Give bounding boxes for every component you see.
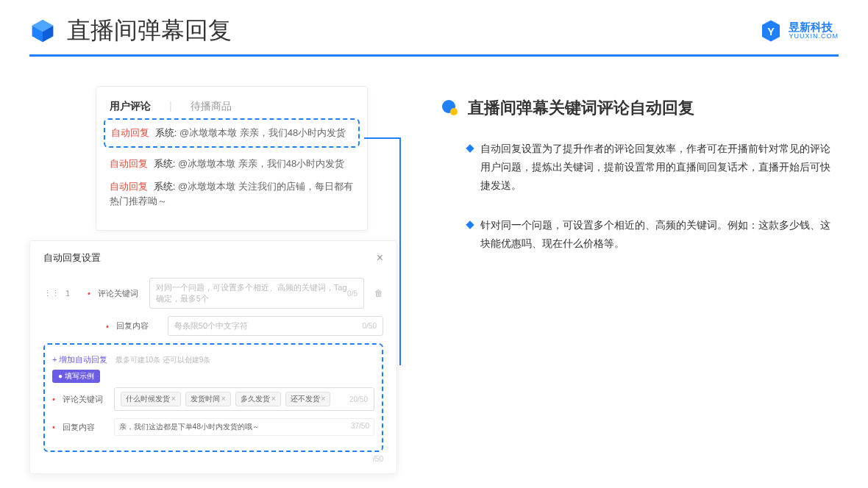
system-tag: 系统: — [155, 127, 177, 138]
tag-close-icon[interactable]: × — [221, 395, 226, 403]
page-header: 直播间弹幕回复 Y 昱新科技 YUUXIN.COM — [0, 0, 868, 54]
tab-pending-goods[interactable]: 待播商品 — [191, 100, 232, 113]
keyword-counter: 0/5 — [347, 290, 357, 298]
tag-close-icon[interactable]: × — [321, 395, 326, 403]
close-icon[interactable]: × — [377, 251, 383, 265]
example-content-text: 亲，我们这边都是下单48小时内发货的哦～ — [119, 422, 260, 432]
content-label: 回复内容 — [116, 320, 160, 331]
bullet-text: 针对同一个问题，可设置多个相近的、高频的关键词。例如：这款多少钱、这块能优惠吗、… — [480, 216, 839, 253]
section-title: 直播间弹幕关键词评论自动回复 — [468, 97, 694, 119]
tag-item: 还不发货× — [285, 392, 331, 406]
content-counter: 0/50 — [363, 322, 377, 330]
add-auto-reply-link[interactable]: + 增加自动回复 — [52, 355, 107, 364]
comment-item: 自动回复 系统: @冰墩墩本墩 亲亲，我们48小时内发货 — [110, 157, 354, 171]
tag-item: 多久发货× — [235, 392, 281, 406]
input-placeholder: 每条限50个中文字符 — [174, 320, 248, 331]
bullet-item: 针对同一个问题，可设置多个相近的、高频的关键词。例如：这款多少钱、这块能优惠吗、… — [441, 216, 839, 253]
diamond-icon — [466, 144, 474, 152]
bullet-text: 自动回复设置为了提升作者的评论回复效率，作者可在开播前针对常见的评论用户问题，提… — [480, 140, 839, 195]
example-content-label: 回复内容 — [63, 422, 107, 433]
tag-item: 什么时候发货× — [121, 392, 181, 406]
brand: Y 昱新科技 YUUXIN.COM — [759, 19, 839, 43]
svg-point-5 — [450, 108, 458, 115]
auto-reply-tag: 自动回复 — [110, 181, 148, 192]
settings-card: 自动回复设置 × ⋮⋮ 1 • 评论关键词 对同一个问题，可设置多个相近、高频的… — [29, 240, 397, 474]
example-badge: ● 填写示例 — [52, 370, 100, 383]
svg-text:Y: Y — [768, 26, 775, 37]
bullet-item: 自动回复设置为了提升作者的评论回复效率，作者可在开播前针对常见的评论用户问题，提… — [441, 140, 839, 195]
system-tag: 系统: — [154, 181, 176, 192]
screenshot-panel: 用户评论 | 待播商品 自动回复 系统: @冰墩墩本墩 亲亲，我们48小时内发货… — [29, 86, 397, 273]
example-kw-counter: 20/50 — [349, 395, 368, 403]
example-section: + 增加自动回复 最多可建10条 还可以创建9条 ● 填写示例 • 评论关键词 … — [43, 343, 383, 452]
brand-logo-icon: Y — [759, 19, 783, 43]
tab-separator: | — [169, 100, 172, 113]
tag-close-icon[interactable]: × — [171, 395, 176, 403]
required-dot: • — [52, 395, 55, 403]
tab-user-comments[interactable]: 用户评论 — [110, 100, 151, 113]
trash-icon[interactable]: 🗑 — [374, 288, 383, 298]
drag-handle-icon[interactable]: ⋮⋮ — [43, 289, 58, 298]
required-dot: • — [106, 322, 109, 331]
system-tag: 系统: — [154, 158, 176, 169]
cube-icon — [29, 18, 56, 44]
comment-highlighted: 自动回复 系统: @冰墩墩本墩 亲亲，我们48小时内发货 — [104, 118, 360, 148]
trailing-counter: /50 — [43, 455, 383, 463]
example-keyword-label: 评论关键词 — [63, 394, 107, 405]
keyword-label: 评论关键词 — [98, 288, 142, 299]
tag-item: 发货时间× — [185, 392, 231, 406]
comments-card: 用户评论 | 待播商品 自动回复 系统: @冰墩墩本墩 亲亲，我们48小时内发货… — [96, 86, 368, 231]
diamond-icon — [466, 220, 474, 229]
settings-title: 自动回复设置 — [43, 251, 101, 265]
comment-text: @冰墩墩本墩 亲亲，我们48小时内发货 — [179, 127, 346, 138]
required-dot: • — [88, 289, 90, 298]
tag-close-icon[interactable]: × — [271, 395, 276, 403]
page-title: 直播间弹幕回复 — [67, 15, 232, 47]
brand-url: YUUXIN.COM — [789, 33, 839, 40]
comment-item: 自动回复 系统: @冰墩墩本墩 关注我们的店铺，每日都有热门推荐呦～ — [110, 179, 354, 208]
brand-name: 昱新科技 — [789, 21, 839, 34]
row-number: 1 — [65, 289, 80, 298]
example-content-counter: 37/50 — [351, 422, 369, 432]
section-bullet-icon — [441, 99, 459, 117]
description-panel: 直播间弹幕关键词评论自动回复 自动回复设置为了提升作者的评论回复效率，作者可在开… — [441, 86, 839, 273]
required-dot: • — [52, 423, 55, 431]
input-placeholder: 对同一个问题，可设置多个相近、高频的关键词，Tag确定，最多5个 — [156, 282, 347, 304]
auto-reply-tag: 自动回复 — [111, 127, 149, 138]
example-content-input[interactable]: 亲，我们这边都是下单48小时内发货的哦～ 37/50 — [114, 418, 374, 436]
example-keyword-input[interactable]: 什么时候发货× 发货时间× 多久发货× 还不发货× 20/50 — [114, 387, 374, 411]
add-hint: 最多可建10条 还可以创建9条 — [115, 356, 210, 364]
keyword-input[interactable]: 对同一个问题，可设置多个相近、高频的关键词，Tag确定，最多5个 0/5 — [149, 278, 364, 309]
content-input[interactable]: 每条限50个中文字符 0/50 — [168, 316, 383, 336]
auto-reply-tag: 自动回复 — [110, 158, 148, 169]
comment-text: @冰墩墩本墩 亲亲，我们48小时内发货 — [178, 158, 344, 169]
